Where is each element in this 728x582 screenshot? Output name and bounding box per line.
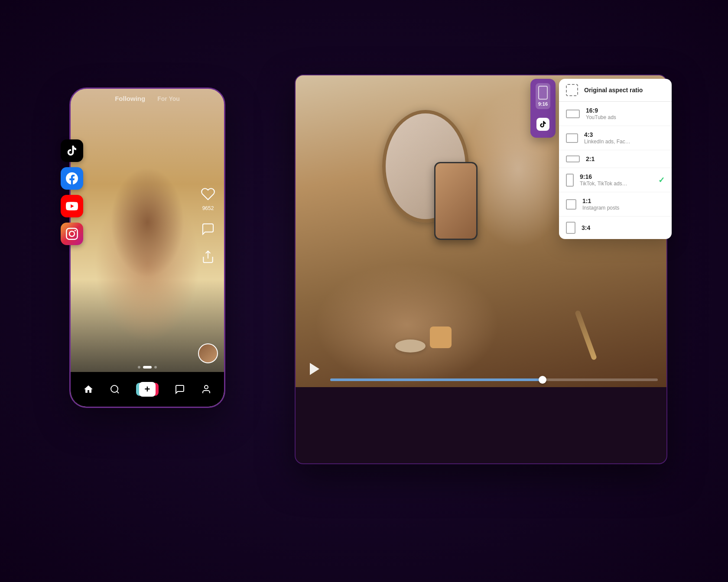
- format-sidebar: 9:16: [530, 79, 556, 138]
- share-group[interactable]: [198, 247, 218, 267]
- play-icon: [310, 363, 319, 375]
- format-9-16-label: 9:16: [538, 101, 548, 107]
- aspect-9-16-icon: [566, 174, 574, 187]
- youtube-social-button[interactable]: [61, 195, 83, 217]
- format-9-16-icon: [538, 86, 548, 100]
- progress-dot-3: [154, 366, 157, 369]
- tab-following[interactable]: Following: [115, 95, 145, 102]
- aspect-4-3-title: 4:3: [584, 131, 665, 138]
- aspect-option-2-1[interactable]: 2:1: [559, 150, 672, 168]
- aspect-2-1-title: 2:1: [586, 155, 665, 162]
- aspect-option-9-16[interactable]: 9:16 TikTok, TikTok ads… ✓: [559, 168, 672, 192]
- aspect-1-1-icon: [566, 199, 576, 210]
- aspect-2-1-text: 2:1: [586, 155, 665, 162]
- play-button[interactable]: [304, 359, 323, 378]
- video-progress: [138, 366, 157, 369]
- tiktok-nav: Following For You: [71, 89, 224, 107]
- aspect-4-3-text: 4:3 LinkedIn ads, Fac…: [584, 131, 665, 145]
- progress-fill: [330, 378, 543, 381]
- aspect-original-icon: [566, 84, 578, 96]
- aspect-3-4-icon: [566, 222, 575, 234]
- aspect-3-4-title: 3:4: [582, 224, 665, 231]
- makeup-compact: [395, 340, 426, 352]
- aspect-3-4-text: 3:4: [582, 224, 665, 231]
- format-tiktok-icon: [536, 118, 549, 131]
- aspect-9-16-subtitle: TikTok, TikTok ads…: [580, 181, 652, 187]
- progress-dot-1: [138, 366, 140, 369]
- 4-3-icon-shape: [566, 133, 578, 143]
- aspect-original-title: Original aspect ratio: [584, 87, 665, 94]
- aspect-9-16-title: 9:16: [580, 173, 652, 180]
- aspect-option-4-3[interactable]: 4:3 LinkedIn ads, Fac…: [559, 126, 672, 150]
- makeup-brush: [575, 310, 597, 361]
- aspect-option-1-1[interactable]: 1:1 Instagram posts: [559, 192, 672, 217]
- progress-dot-2: [143, 366, 152, 369]
- tiktok-social-button[interactable]: [61, 139, 83, 162]
- nav-inbox[interactable]: [175, 384, 185, 394]
- aspect-16-9-subtitle: YouTube ads: [586, 114, 665, 120]
- aspect-9-16-text: 9:16 TikTok, TikTok ads…: [580, 173, 652, 187]
- like-group[interactable]: 9652: [198, 184, 218, 211]
- aspect-option-3-4[interactable]: 3:4: [559, 217, 672, 239]
- svg-point-1: [111, 385, 118, 392]
- like-count: 9652: [202, 205, 214, 211]
- facebook-social-button[interactable]: [61, 167, 83, 190]
- format-9-16-btn[interactable]: 9:16: [536, 83, 550, 109]
- 2-1-icon-shape: [566, 155, 580, 162]
- aspect-16-9-title: 16:9: [586, 107, 665, 114]
- svg-line-2: [117, 391, 118, 393]
- nav-search[interactable]: [110, 384, 120, 394]
- aspect-ratio-dropdown: Original aspect ratio 16:9 YouTube ads: [559, 79, 672, 239]
- nav-create[interactable]: +: [136, 382, 159, 397]
- like-icon[interactable]: [198, 184, 218, 204]
- desk-phone-screen: [436, 163, 476, 239]
- share-icon[interactable]: [198, 247, 218, 267]
- aspect-1-1-text: 1:1 Instagram posts: [582, 197, 665, 211]
- comment-group[interactable]: [198, 219, 218, 239]
- social-sidebar: [61, 139, 83, 245]
- nav-profile[interactable]: [201, 384, 211, 394]
- makeup-container: [430, 327, 452, 348]
- progress-thumb[interactable]: [539, 376, 546, 384]
- comment-icon[interactable]: [198, 219, 218, 239]
- aspect-ratio-container: 9:16 Original aspect ratio: [530, 79, 672, 239]
- aspect-original-text: Original aspect ratio: [584, 87, 665, 94]
- aspect-1-1-subtitle: Instagram posts: [582, 205, 665, 211]
- tiktok-phone: Following For You 9652: [69, 87, 225, 408]
- tiktok-bottom-nav: +: [71, 372, 224, 407]
- creator-avatar[interactable]: [198, 343, 218, 363]
- aspect-option-16-9[interactable]: 16:9 YouTube ads: [559, 102, 672, 126]
- instagram-social-button[interactable]: [61, 223, 83, 245]
- 1-1-icon-shape: [566, 199, 576, 210]
- aspect-4-3-icon: [566, 133, 578, 143]
- tiktok-interaction-icons: 9652: [198, 184, 218, 267]
- original-icon-shape: [566, 84, 578, 96]
- svg-point-3: [205, 385, 208, 389]
- aspect-16-9-text: 16:9 YouTube ads: [586, 107, 665, 120]
- aspect-2-1-icon: [566, 155, 580, 162]
- aspect-16-9-icon: [566, 110, 580, 118]
- aspect-option-original[interactable]: Original aspect ratio: [559, 79, 672, 102]
- main-scene: Following For You 9652: [61, 53, 667, 529]
- nav-home[interactable]: [83, 384, 94, 394]
- aspect-4-3-subtitle: LinkedIn ads, Fac…: [584, 139, 665, 145]
- desk-phone: [434, 162, 478, 240]
- video-progress-bar[interactable]: [330, 378, 658, 381]
- aspect-1-1-title: 1:1: [582, 197, 665, 204]
- 9-16-icon-shape: [566, 174, 574, 187]
- 16-9-icon-shape: [566, 110, 580, 118]
- tab-foryou[interactable]: For You: [157, 95, 180, 102]
- 3-4-icon-shape: [566, 222, 575, 234]
- format-tiktok-btn[interactable]: [534, 115, 552, 133]
- checkmark-icon: ✓: [658, 175, 665, 185]
